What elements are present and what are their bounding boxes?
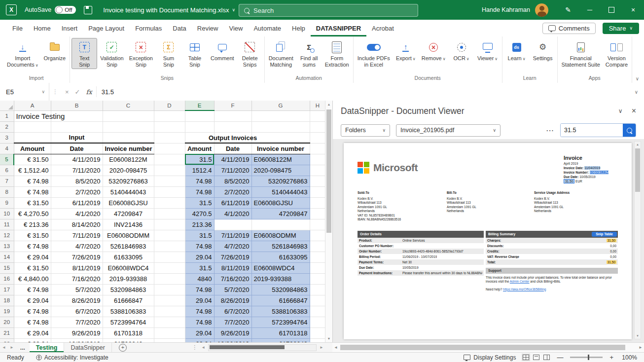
cell-G12[interactable]: E06008ODMM — [251, 230, 310, 241]
cancel-icon[interactable]: × — [65, 88, 69, 96]
panel-close-icon[interactable]: × — [632, 107, 636, 115]
cell-F11[interactable] — [214, 219, 251, 230]
cell-C4[interactable]: Invoice number — [103, 143, 154, 154]
zoom-out-button[interactable]: — — [557, 354, 563, 361]
cell-E13[interactable]: 74.98 — [185, 241, 214, 252]
cell-C19[interactable]: 5388106383 — [103, 306, 154, 317]
cell-D10[interactable] — [154, 208, 185, 219]
admin-center-link[interactable]: Admin Center — [510, 280, 530, 283]
row-header-19[interactable]: 19 — [0, 306, 14, 317]
row-header-9[interactable]: 9 — [0, 197, 14, 208]
cell-C14[interactable]: 61633095 — [103, 252, 154, 262]
cell-B5[interactable]: 4/11/2019 — [51, 154, 103, 165]
cell-F2[interactable] — [214, 121, 251, 132]
cell-A22[interactable]: € 29.04 — [14, 338, 51, 342]
row-header-10[interactable]: 10 — [0, 208, 14, 219]
cell-C9[interactable]: E06008GJSU — [103, 197, 154, 208]
cell-A5[interactable]: € 31.50 — [14, 154, 51, 165]
titlebar-search[interactable]: Search — [239, 4, 418, 17]
cell-B8[interactable]: 2/7/2020 — [51, 186, 103, 197]
cell-B16[interactable]: 7/16/2020 — [51, 273, 103, 284]
cell-G20[interactable]: 5723994764 — [251, 317, 310, 327]
cell-B20[interactable]: 7/7/2020 — [51, 317, 103, 327]
cell-D22[interactable] — [154, 338, 185, 342]
cell-C18[interactable]: 61666847 — [103, 295, 154, 306]
tab-acrobat[interactable]: Acrobat — [366, 20, 399, 36]
cell-H18[interactable] — [310, 295, 325, 306]
cell-E10[interactable]: 4270.5 — [185, 208, 214, 219]
zoom-slider[interactable] — [570, 357, 603, 358]
comments-button[interactable]: Comments — [542, 23, 596, 34]
cell-F19[interactable]: 6/7/2020 — [214, 306, 251, 317]
cell-B22[interactable]: 10/26/2019 — [51, 338, 103, 342]
cell-H13[interactable] — [310, 241, 325, 252]
tab-data[interactable]: Data — [167, 20, 191, 36]
tab-formulas[interactable]: Formulas — [130, 20, 167, 36]
cell-G18[interactable]: 61666847 — [251, 295, 310, 306]
cell-H2[interactable] — [310, 121, 325, 132]
tab-file[interactable]: File — [7, 20, 28, 36]
cell-F20[interactable]: 7/7/2020 — [214, 317, 251, 327]
scroll-down-icon[interactable]: ▼ — [635, 334, 641, 337]
row-header-7[interactable]: 7 — [0, 176, 14, 186]
tab-help[interactable]: Help — [286, 20, 311, 36]
cell-H1[interactable] — [310, 110, 325, 121]
new-sheet-button[interactable]: + — [119, 344, 127, 352]
cell-A20[interactable]: € 74.98 — [14, 317, 51, 327]
autosave-pill[interactable]: Off — [55, 6, 76, 14]
cell-D12[interactable] — [154, 230, 185, 241]
cell-D5[interactable] — [154, 154, 185, 165]
row-header-2[interactable]: 2 — [0, 121, 14, 132]
row-header-14[interactable]: 14 — [0, 252, 14, 262]
sheet-nav-right-icon[interactable]: ► — [8, 345, 16, 350]
cell-E18[interactable]: 29.04 — [185, 295, 214, 306]
cell-D6[interactable] — [154, 165, 185, 176]
cell-B15[interactable]: 8/11/2019 — [51, 262, 103, 273]
cell-G5[interactable]: E06008122M — [251, 154, 310, 165]
cell-A15[interactable]: € 31.50 — [14, 262, 51, 273]
tab-datasnipper[interactable]: DATASNIPPER — [311, 20, 366, 36]
cell-E12[interactable]: 31.5 — [185, 230, 214, 241]
cell-B12[interactable]: 7/11/2019 — [51, 230, 103, 241]
cell-H5[interactable] — [310, 154, 325, 165]
cell-H17[interactable] — [310, 284, 325, 295]
settings-button[interactable]: Settings — [530, 38, 556, 63]
zoom-slider-thumb[interactable] — [588, 355, 589, 360]
column-header-d[interactable]: D — [154, 101, 185, 110]
tab-splitter-handle[interactable]: ⋮ — [190, 344, 199, 351]
maximize-button[interactable] — [601, 0, 622, 20]
snip-table-button[interactable]: Snip Table — [592, 232, 617, 237]
sum-snip-button[interactable]: SumSnip — [156, 38, 181, 69]
insert-function-icon[interactable]: fx — [86, 88, 92, 96]
row-header-20[interactable]: 20 — [0, 317, 14, 327]
cell-A2[interactable] — [14, 121, 51, 132]
find-all-sums-button[interactable]: Find allsums — [296, 38, 322, 69]
billing-help-link[interactable]: https://aka.ms/Office365Billing — [503, 288, 546, 291]
row-header-6[interactable]: 6 — [0, 165, 14, 176]
cell-A18[interactable]: € 29.04 — [14, 295, 51, 306]
cell-G1[interactable] — [251, 110, 310, 121]
cell-E8[interactable]: 74.98 — [185, 186, 214, 197]
cell-D7[interactable] — [154, 176, 185, 186]
tab-review[interactable]: Review — [192, 20, 224, 36]
cell-F3[interactable]: Output Invoices — [214, 132, 251, 143]
cell-B9[interactable]: 6/11/2019 — [51, 197, 103, 208]
cell-A1[interactable]: Invoice Testing — [14, 110, 51, 121]
cell-F22[interactable]: 10/26/2019 — [214, 338, 251, 342]
cell-A7[interactable]: € 74.98 — [14, 176, 51, 186]
tab-page-layout[interactable]: Page Layout — [83, 20, 130, 36]
cell-D19[interactable] — [154, 306, 185, 317]
hscroll-left-icon[interactable]: ◄ — [334, 345, 338, 350]
cell-G9[interactable]: E06008GJSU — [251, 197, 310, 208]
column-header-f[interactable]: F — [214, 101, 251, 110]
delete-snips-button[interactable]: DeleteSnips — [237, 38, 263, 69]
row-header-1[interactable]: 1 — [0, 110, 14, 121]
cell-E7[interactable]: 74.98 — [185, 176, 214, 186]
cell-C11[interactable]: INV21436 — [103, 219, 154, 230]
formula-bar-splitter[interactable]: ⋮ — [49, 88, 61, 95]
cell-C22[interactable]: 61736640 — [103, 338, 154, 342]
cell-G11[interactable] — [251, 219, 310, 230]
cell-B6[interactable]: 7/11/2020 — [51, 165, 103, 176]
cell-E14[interactable]: 29.04 — [185, 252, 214, 262]
cell-D2[interactable] — [154, 121, 185, 132]
